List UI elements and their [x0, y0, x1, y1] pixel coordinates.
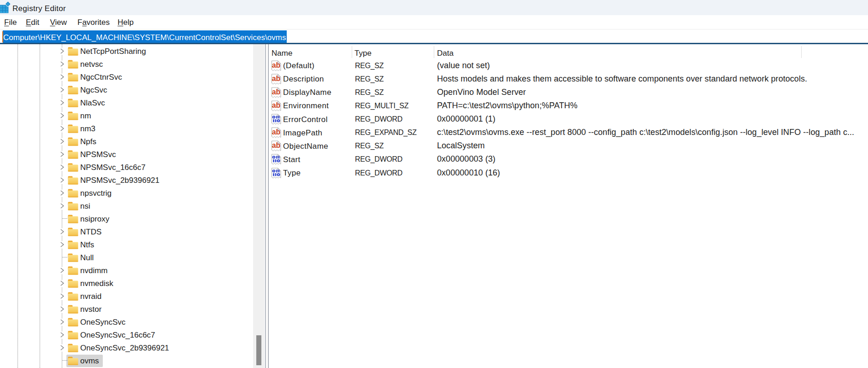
svg-text:ab: ab	[272, 61, 281, 69]
svg-text:ab: ab	[272, 75, 281, 82]
svg-text:ab: ab	[272, 88, 281, 96]
svg-text:ab: ab	[272, 141, 281, 149]
svg-text:ab: ab	[272, 101, 281, 109]
svg-text:ab: ab	[272, 128, 281, 136]
